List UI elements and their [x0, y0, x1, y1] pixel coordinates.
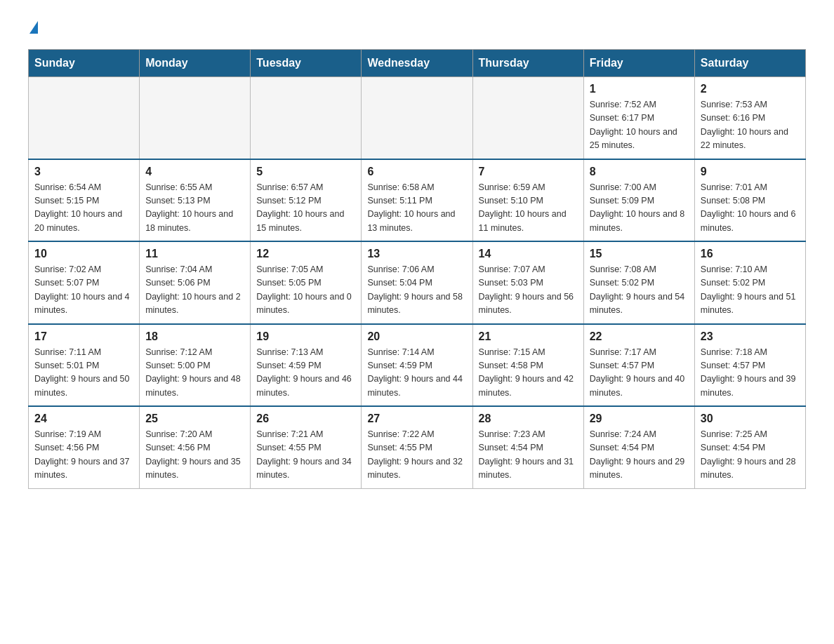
- calendar-week-row: 1Sunrise: 7:52 AMSunset: 6:17 PMDaylight…: [29, 77, 806, 159]
- day-number: 12: [256, 248, 355, 260]
- sun-info: Sunrise: 7:08 AMSunset: 5:02 PMDaylight:…: [590, 263, 689, 318]
- sun-info: Sunrise: 7:25 AMSunset: 4:54 PMDaylight:…: [701, 428, 800, 483]
- day-number: 27: [367, 412, 466, 425]
- day-number: 15: [590, 248, 689, 260]
- table-row: 7Sunrise: 6:59 AMSunset: 5:10 PMDaylight…: [472, 159, 583, 242]
- table-row: 4Sunrise: 6:55 AMSunset: 5:13 PMDaylight…: [140, 159, 251, 242]
- table-row: 17Sunrise: 7:11 AMSunset: 5:01 PMDayligh…: [29, 324, 140, 407]
- day-number: 29: [590, 412, 689, 425]
- table-row: 25Sunrise: 7:20 AMSunset: 4:56 PMDayligh…: [140, 406, 251, 488]
- table-row: 12Sunrise: 7:05 AMSunset: 5:05 PMDayligh…: [251, 241, 362, 324]
- day-of-week-header: Thursday: [472, 50, 583, 77]
- sun-info: Sunrise: 7:21 AMSunset: 4:55 PMDaylight:…: [256, 428, 355, 483]
- table-row: [29, 77, 140, 159]
- sun-info: Sunrise: 7:10 AMSunset: 5:02 PMDaylight:…: [701, 263, 800, 318]
- day-number: 28: [479, 412, 578, 425]
- day-number: 7: [479, 166, 578, 178]
- page-header: [28, 21, 806, 35]
- day-number: 9: [701, 166, 800, 178]
- day-number: 22: [590, 330, 689, 343]
- day-of-week-header: Wednesday: [362, 50, 472, 77]
- day-number: 3: [34, 166, 133, 178]
- table-row: 19Sunrise: 7:13 AMSunset: 4:59 PMDayligh…: [251, 324, 362, 407]
- table-row: 30Sunrise: 7:25 AMSunset: 4:54 PMDayligh…: [694, 406, 805, 488]
- table-row: [472, 77, 583, 159]
- sun-info: Sunrise: 7:15 AMSunset: 4:58 PMDaylight:…: [479, 346, 578, 401]
- sun-info: Sunrise: 7:17 AMSunset: 4:57 PMDaylight:…: [590, 346, 689, 401]
- day-of-week-header: Tuesday: [251, 50, 362, 77]
- table-row: 23Sunrise: 7:18 AMSunset: 4:57 PMDayligh…: [694, 324, 805, 407]
- day-number: 4: [145, 166, 244, 178]
- table-row: [362, 77, 472, 159]
- table-row: 9Sunrise: 7:01 AMSunset: 5:08 PMDaylight…: [694, 159, 805, 242]
- logo: [28, 21, 38, 35]
- table-row: 13Sunrise: 7:06 AMSunset: 5:04 PMDayligh…: [362, 241, 472, 324]
- sun-info: Sunrise: 6:59 AMSunset: 5:10 PMDaylight:…: [479, 181, 578, 236]
- sun-info: Sunrise: 7:52 AMSunset: 6:17 PMDaylight:…: [590, 98, 689, 153]
- calendar-week-row: 10Sunrise: 7:02 AMSunset: 5:07 PMDayligh…: [29, 241, 806, 324]
- table-row: 21Sunrise: 7:15 AMSunset: 4:58 PMDayligh…: [472, 324, 583, 407]
- table-row: 24Sunrise: 7:19 AMSunset: 4:56 PMDayligh…: [29, 406, 140, 488]
- sun-info: Sunrise: 7:23 AMSunset: 4:54 PMDaylight:…: [479, 428, 578, 483]
- day-number: 13: [367, 248, 466, 260]
- sun-info: Sunrise: 7:11 AMSunset: 5:01 PMDaylight:…: [34, 346, 133, 401]
- table-row: 27Sunrise: 7:22 AMSunset: 4:55 PMDayligh…: [362, 406, 472, 488]
- day-number: 11: [145, 248, 244, 260]
- table-row: 22Sunrise: 7:17 AMSunset: 4:57 PMDayligh…: [583, 324, 694, 407]
- calendar-week-row: 24Sunrise: 7:19 AMSunset: 4:56 PMDayligh…: [29, 406, 806, 488]
- table-row: 2Sunrise: 7:53 AMSunset: 6:16 PMDaylight…: [694, 77, 805, 159]
- sun-info: Sunrise: 6:54 AMSunset: 5:15 PMDaylight:…: [34, 181, 133, 236]
- day-of-week-header: Friday: [583, 50, 694, 77]
- day-number: 10: [34, 248, 133, 260]
- sun-info: Sunrise: 7:05 AMSunset: 5:05 PMDaylight:…: [256, 263, 355, 318]
- table-row: 26Sunrise: 7:21 AMSunset: 4:55 PMDayligh…: [251, 406, 362, 488]
- day-number: 26: [256, 412, 355, 425]
- table-row: 14Sunrise: 7:07 AMSunset: 5:03 PMDayligh…: [472, 241, 583, 324]
- day-of-week-header: Saturday: [694, 50, 805, 77]
- day-of-week-header: Sunday: [29, 50, 140, 77]
- day-number: 19: [256, 330, 355, 343]
- day-number: 17: [34, 330, 133, 343]
- day-number: 30: [701, 412, 800, 425]
- table-row: 16Sunrise: 7:10 AMSunset: 5:02 PMDayligh…: [694, 241, 805, 324]
- sun-info: Sunrise: 7:13 AMSunset: 4:59 PMDaylight:…: [256, 346, 355, 401]
- day-number: 6: [367, 166, 466, 178]
- table-row: 15Sunrise: 7:08 AMSunset: 5:02 PMDayligh…: [583, 241, 694, 324]
- sun-info: Sunrise: 7:24 AMSunset: 4:54 PMDaylight:…: [590, 428, 689, 483]
- table-row: 3Sunrise: 6:54 AMSunset: 5:15 PMDaylight…: [29, 159, 140, 242]
- day-number: 8: [590, 166, 689, 178]
- calendar-week-row: 17Sunrise: 7:11 AMSunset: 5:01 PMDayligh…: [29, 324, 806, 407]
- day-number: 18: [145, 330, 244, 343]
- table-row: 11Sunrise: 7:04 AMSunset: 5:06 PMDayligh…: [140, 241, 251, 324]
- sun-info: Sunrise: 7:53 AMSunset: 6:16 PMDaylight:…: [701, 98, 800, 153]
- sun-info: Sunrise: 7:14 AMSunset: 4:59 PMDaylight:…: [367, 346, 466, 401]
- table-row: 1Sunrise: 7:52 AMSunset: 6:17 PMDaylight…: [583, 77, 694, 159]
- sun-info: Sunrise: 6:55 AMSunset: 5:13 PMDaylight:…: [145, 181, 244, 236]
- table-row: 29Sunrise: 7:24 AMSunset: 4:54 PMDayligh…: [583, 406, 694, 488]
- day-number: 1: [590, 83, 689, 95]
- sun-info: Sunrise: 7:06 AMSunset: 5:04 PMDaylight:…: [367, 263, 466, 318]
- sun-info: Sunrise: 7:01 AMSunset: 5:08 PMDaylight:…: [701, 181, 800, 236]
- day-of-week-header: Monday: [140, 50, 251, 77]
- table-row: 6Sunrise: 6:58 AMSunset: 5:11 PMDaylight…: [362, 159, 472, 242]
- day-number: 5: [256, 166, 355, 178]
- sun-info: Sunrise: 7:04 AMSunset: 5:06 PMDaylight:…: [145, 263, 244, 318]
- calendar-header-row: SundayMondayTuesdayWednesdayThursdayFrid…: [29, 50, 806, 77]
- day-number: 24: [34, 412, 133, 425]
- table-row: 20Sunrise: 7:14 AMSunset: 4:59 PMDayligh…: [362, 324, 472, 407]
- sun-info: Sunrise: 7:18 AMSunset: 4:57 PMDaylight:…: [701, 346, 800, 401]
- table-row: 8Sunrise: 7:00 AMSunset: 5:09 PMDaylight…: [583, 159, 694, 242]
- sun-info: Sunrise: 7:20 AMSunset: 4:56 PMDaylight:…: [145, 428, 244, 483]
- sun-info: Sunrise: 7:07 AMSunset: 5:03 PMDaylight:…: [479, 263, 578, 318]
- calendar-table: SundayMondayTuesdayWednesdayThursdayFrid…: [28, 49, 806, 489]
- sun-info: Sunrise: 7:00 AMSunset: 5:09 PMDaylight:…: [590, 181, 689, 236]
- day-number: 20: [367, 330, 466, 343]
- day-number: 23: [701, 330, 800, 343]
- table-row: [140, 77, 251, 159]
- day-number: 2: [701, 83, 800, 95]
- sun-info: Sunrise: 7:22 AMSunset: 4:55 PMDaylight:…: [367, 428, 466, 483]
- sun-info: Sunrise: 7:12 AMSunset: 5:00 PMDaylight:…: [145, 346, 244, 401]
- day-number: 25: [145, 412, 244, 425]
- table-row: 18Sunrise: 7:12 AMSunset: 5:00 PMDayligh…: [140, 324, 251, 407]
- sun-info: Sunrise: 6:57 AMSunset: 5:12 PMDaylight:…: [256, 181, 355, 236]
